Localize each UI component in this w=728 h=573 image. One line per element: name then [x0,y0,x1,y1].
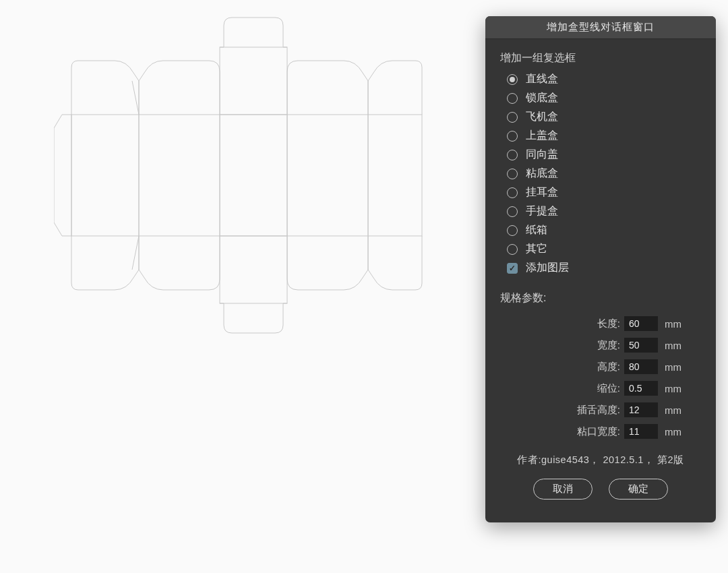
radio-option-handle-box[interactable]: 手提盒 [507,204,701,218]
svg-line-2 [132,236,139,270]
radio-option-airplane-box[interactable]: 飞机盒 [507,110,701,124]
radio-icon [507,74,518,85]
param-unit: mm [665,426,685,438]
svg-line-1 [132,81,139,115]
radio-label: 纸箱 [526,223,547,237]
glue-width-input[interactable] [624,424,658,439]
svg-rect-7 [220,47,287,115]
params-section: 规格参数: 长度: mm 宽度: mm 高度: mm 缩位: mm [500,291,701,439]
param-label: 长度: [597,318,620,330]
radio-option-other[interactable]: 其它 [507,242,701,256]
param-unit: mm [665,383,685,394]
box-type-dialog: 增加盒型线对话框窗口 增加一组复选框 直线盒 锁底盒 飞机盒 上盖盒 同向盖 粘… [485,16,716,522]
width-input[interactable] [624,338,658,353]
radio-label: 上盖盒 [526,129,558,143]
confirm-button[interactable]: 确定 [609,479,668,500]
radio-icon [507,187,518,198]
param-label: 粘口宽度: [577,425,620,438]
radio-icon [507,225,518,236]
radio-option-hanging-tab-box[interactable]: 挂耳盒 [507,185,701,200]
svg-rect-5 [287,115,368,236]
checkbox-label: 添加图层 [526,261,569,275]
svg-rect-10 [220,236,287,303]
radio-label: 同向盖 [526,148,558,162]
param-row-tuck-height: 插舌高度: mm [500,402,701,417]
param-unit: mm [665,361,685,373]
radio-icon [507,169,518,179]
param-unit: mm [665,404,685,416]
radio-icon [507,93,518,104]
radio-label: 锁底盒 [526,91,558,105]
length-input[interactable] [624,316,658,331]
author-line: 作者:guise4543， 2012.5.1， 第2版 [500,454,701,466]
radio-label: 手提盒 [526,204,558,218]
param-label: 宽度: [597,339,620,352]
dialog-content: 增加一组复选框 直线盒 锁底盒 飞机盒 上盖盒 同向盖 粘底盒 挂耳盒 [485,39,716,509]
radio-label: 直线盒 [526,72,558,86]
svg-rect-4 [220,115,287,236]
radio-option-same-direction-lid[interactable]: 同向盖 [507,148,701,162]
param-row-width: 宽度: mm [500,338,701,353]
param-label: 插舌高度: [577,404,620,417]
radio-option-top-lid-box[interactable]: 上盖盒 [507,129,701,143]
param-row-length: 长度: mm [500,316,701,331]
dialog-title: 增加盒型线对话框窗口 [485,16,716,39]
param-row-height: 高度: mm [500,359,701,374]
checkbox-add-layer[interactable]: 添加图层 [507,261,701,275]
checkbox-icon [507,263,518,274]
tuck-height-input[interactable] [624,402,658,417]
param-label: 缩位: [597,382,620,395]
box-dieline-preview [54,13,438,364]
radio-option-glue-bottom-box[interactable]: 粘底盒 [507,167,701,181]
canvas-area [0,0,472,573]
height-input[interactable] [624,359,658,374]
radio-icon [507,244,518,255]
radio-icon [507,206,518,217]
radio-option-lock-bottom-box[interactable]: 锁底盒 [507,91,701,105]
svg-rect-3 [139,115,220,236]
radio-label: 飞机盒 [526,110,558,124]
param-label: 高度: [597,361,620,373]
svg-rect-0 [71,115,139,236]
radio-label: 其它 [526,242,547,256]
radio-group-label: 增加一组复选框 [500,51,701,65]
param-row-shrink: 缩位: mm [500,381,701,396]
param-unit: mm [665,318,685,330]
cancel-button[interactable]: 取消 [533,479,593,500]
radio-option-carton[interactable]: 纸箱 [507,223,701,237]
svg-rect-6 [368,115,422,236]
button-row: 取消 确定 [500,479,701,500]
radio-option-straight-box[interactable]: 直线盒 [507,72,701,86]
param-row-glue-width: 粘口宽度: mm [500,424,701,439]
params-title: 规格参数: [500,291,701,305]
radio-label: 挂耳盒 [526,185,558,200]
shrink-input[interactable] [624,381,658,396]
radio-icon [507,112,518,123]
radio-label: 粘底盒 [526,167,558,181]
radio-icon [507,131,518,142]
param-unit: mm [665,340,685,351]
radio-icon [507,150,518,160]
